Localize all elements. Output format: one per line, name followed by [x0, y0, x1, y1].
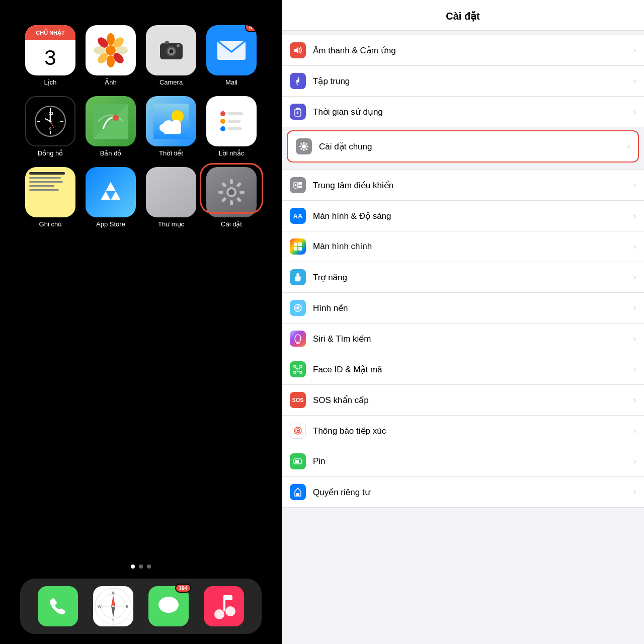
- svg-point-40: [220, 111, 225, 116]
- siri-label: Siri & Tìm kiếm: [313, 334, 633, 344]
- app-label-anh: Ảnh: [105, 78, 116, 86]
- trung-tam-chevron: ›: [633, 181, 636, 190]
- calendar-header: CHỦ NHẬT: [25, 25, 75, 40]
- row-face-id[interactable]: Face ID & Mật mã ›: [282, 354, 644, 385]
- svg-point-8: [106, 45, 116, 55]
- note-line-3: [29, 181, 63, 183]
- app-ban-do[interactable]: Bản đồ: [83, 96, 138, 157]
- app-camera[interactable]: Camera: [143, 25, 199, 86]
- app-label-appstore: App Store: [96, 220, 125, 228]
- dock-music[interactable]: [204, 586, 244, 626]
- svg-rect-96: [298, 243, 302, 246]
- row-thong-bao[interactable]: Thông báo tiếp xúc ›: [282, 416, 644, 446]
- dock-phone[interactable]: [38, 586, 78, 626]
- tap-trung-icon: [290, 73, 306, 89]
- row-siri[interactable]: Siri & Tìm kiếm ›: [282, 324, 644, 354]
- siri-chevron: ›: [633, 334, 636, 343]
- dock-safari[interactable]: N S E W: [93, 586, 133, 626]
- svg-rect-43: [228, 120, 240, 123]
- app-anh[interactable]: Ảnh: [83, 25, 138, 86]
- settings-section-1: Âm thanh & Cảm ứng › Tập trung ›: [282, 35, 644, 127]
- tap-trung-chevron: ›: [633, 76, 636, 86]
- pin-label: Pin: [313, 456, 633, 466]
- svg-rect-87: [303, 149, 305, 151]
- app-loi-nhac[interactable]: Lời nhắc: [204, 96, 259, 157]
- photos-icon: [86, 25, 136, 75]
- svg-point-77: [296, 79, 299, 83]
- svg-rect-83: [303, 142, 305, 144]
- settings-section-2: Trung tâm điều khiển › AA Màn hình & Độ …: [282, 170, 644, 508]
- svg-rect-41: [228, 112, 243, 115]
- row-hinh-nen[interactable]: Hình nền ›: [282, 293, 644, 324]
- svg-point-103: [295, 335, 301, 343]
- cai-dat-chung-label: Cài đặt chung: [319, 141, 627, 152]
- row-man-hinh-chinh[interactable]: Màn hình chính ›: [282, 231, 644, 262]
- svg-point-110: [296, 368, 297, 369]
- thoi-gian-icon: [290, 104, 306, 120]
- svg-rect-76: [223, 595, 232, 600]
- face-id-icon: [290, 361, 306, 377]
- app-label-thu-muc: Thư mục: [158, 220, 184, 228]
- svg-rect-97: [294, 247, 297, 251]
- note-line-2: [29, 177, 61, 179]
- app-label-lich: Lịch: [44, 78, 57, 86]
- folder-icon-bg: [146, 167, 196, 217]
- app-cai-dat[interactable]: Cài đặt: [204, 167, 259, 228]
- row-sos[interactable]: SOS SOS khẩn cấp ›: [282, 385, 644, 416]
- page-dot-2: [139, 565, 143, 569]
- app-ghi-chu[interactable]: Ghi chú: [23, 167, 78, 228]
- row-pin[interactable]: Pin ›: [282, 446, 644, 477]
- note-line-5: [29, 189, 59, 191]
- cai-dat-chung-chevron: ›: [627, 142, 630, 151]
- am-thanh-chevron: ›: [633, 46, 636, 55]
- mail-badge: 41: [245, 25, 257, 32]
- row-thoi-gian[interactable]: Thời gian sử dụng ›: [282, 97, 644, 127]
- svg-point-99: [296, 273, 299, 276]
- row-tap-trung[interactable]: Tập trung ›: [282, 66, 644, 97]
- row-quyen-rieng-tu[interactable]: Quyền riêng tư ›: [282, 477, 644, 507]
- svg-point-92: [295, 184, 297, 186]
- svg-rect-56: [230, 200, 233, 205]
- app-mail[interactable]: 41 Mail: [204, 25, 259, 86]
- svg-rect-88: [300, 147, 303, 150]
- man-hinh-chinh-chevron: ›: [633, 242, 636, 251]
- svg-rect-117: [301, 460, 302, 462]
- messages-badge: 194: [175, 584, 191, 593]
- app-label-ban-do: Bản đồ: [100, 149, 122, 157]
- am-thanh-icon: [290, 42, 306, 58]
- app-thu-muc[interactable]: Thư mục: [143, 167, 199, 228]
- settings-list: Âm thanh & Cảm ứng › Tập trung ›: [282, 31, 644, 644]
- app-dong-ho[interactable]: 12 6 Đồng hồ: [23, 96, 78, 157]
- dock-messages[interactable]: 194: [148, 586, 189, 626]
- svg-text:E: E: [126, 604, 128, 609]
- svg-point-115: [297, 430, 299, 432]
- app-label-camera: Camera: [159, 78, 183, 86]
- row-man-hinh[interactable]: AA Màn hình & Độ sáng ›: [282, 201, 644, 231]
- app-lich[interactable]: CHỦ NHẬT 3 Lịch: [23, 25, 78, 86]
- man-hinh-label: Màn hình & Độ sáng: [313, 211, 633, 221]
- app-thoi-tiet[interactable]: Thời tiết: [143, 96, 199, 157]
- appstore-icon-bg: [86, 167, 136, 217]
- man-hinh-chevron: ›: [633, 211, 636, 220]
- app-label-thoi-tiet: Thời tiết: [159, 149, 183, 157]
- svg-point-111: [299, 368, 300, 369]
- tro-nang-icon: [290, 269, 306, 285]
- camera-icon-bg: [146, 25, 196, 75]
- tro-nang-chevron: ›: [633, 273, 636, 282]
- svg-point-73: [214, 609, 224, 619]
- tap-trung-label: Tập trung: [313, 76, 633, 87]
- app-appstore[interactable]: App Store: [83, 167, 138, 228]
- row-tro-nang[interactable]: Trợ năng ›: [282, 262, 644, 293]
- quyen-rieng-tu-chevron: ›: [633, 488, 636, 497]
- cai-dat-chung-icon: [296, 138, 312, 154]
- row-cai-dat-chung[interactable]: Cài đặt chung ›: [287, 130, 639, 163]
- reminders-icon-bg: [206, 96, 257, 146]
- sos-chevron: ›: [633, 395, 636, 405]
- svg-point-12: [169, 49, 173, 53]
- svg-text:S: S: [112, 618, 114, 622]
- mail-icon-bg: 41: [206, 25, 257, 75]
- svg-point-15: [177, 44, 180, 47]
- trung-tam-icon: [290, 177, 306, 193]
- row-trung-tam[interactable]: Trung tâm điều khiển ›: [282, 170, 644, 201]
- row-am-thanh[interactable]: Âm thanh & Cảm ứng ›: [282, 35, 644, 66]
